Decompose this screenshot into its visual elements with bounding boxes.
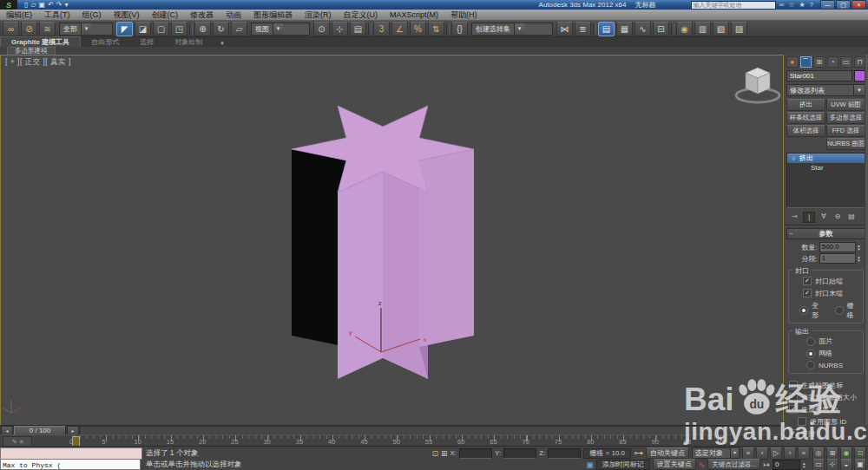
x-coordinate-field[interactable]: [459, 448, 492, 459]
checkbox-row[interactable]: 生成贴图坐标: [784, 379, 868, 391]
modifier-list-dropdown[interactable]: 修改器列表 ▾: [786, 84, 865, 96]
rect-selection-region-icon[interactable]: ▢: [153, 22, 169, 36]
show-end-result-icon[interactable]: ∣: [803, 212, 815, 223]
use-pivot-point-center-icon[interactable]: ⊙: [313, 22, 330, 36]
key-filters-button[interactable]: 关键点过滤器...: [707, 459, 760, 470]
rendered-frame-window-icon[interactable]: ▧: [713, 22, 729, 36]
go-to-start-button[interactable]: «: [742, 447, 754, 460]
menu-item[interactable]: 动画: [220, 10, 247, 20]
radio-row[interactable]: 面片: [806, 336, 861, 347]
curve-editor-icon[interactable]: ∿: [635, 22, 651, 36]
lock-selection-icon[interactable]: ⊡: [431, 449, 438, 458]
checkbox-icon[interactable]: [803, 277, 812, 285]
separator[interactable]: [593, 23, 596, 35]
ribbon-panel-polygon-modeling[interactable]: 多边形建模: [7, 47, 56, 55]
radio-row[interactable]: 网格: [806, 348, 861, 359]
modifier-preset-button[interactable]: FFD 选择: [826, 125, 865, 137]
select-and-manipulate-icon[interactable]: ⊹: [332, 22, 348, 36]
hierarchy-tab-icon[interactable]: ⊞: [813, 56, 825, 68]
separator[interactable]: [189, 23, 193, 35]
unlink-selection-icon[interactable]: ⊘: [21, 22, 37, 36]
star-object[interactable]: [292, 106, 474, 379]
redo-icon[interactable]: ↷: [56, 0, 62, 10]
checkbox-row[interactable]: 使用图形 ID: [784, 415, 868, 428]
checkbox-icon[interactable]: [789, 429, 798, 438]
edit-named-selection-sets-icon[interactable]: {}: [451, 22, 468, 36]
quick-access-dropdown-icon[interactable]: ▾: [65, 0, 69, 10]
named-selection-sets-dropdown[interactable]: 创建选择集 ▾: [471, 23, 553, 36]
percent-snap-icon[interactable]: %: [410, 22, 426, 36]
key-mode-toggle[interactable]: ↦: [763, 460, 770, 469]
zoom-button[interactable]: ◎: [812, 447, 825, 460]
checkbox-icon[interactable]: [789, 405, 798, 414]
select-and-move-icon[interactable]: ⊕: [194, 22, 211, 36]
segments-spinner[interactable]: ▴▾: [858, 255, 865, 262]
create-tab-icon[interactable]: ●: [786, 56, 799, 68]
play-button[interactable]: ▷: [770, 447, 782, 460]
checkbox-row[interactable]: 平滑: [784, 428, 868, 440]
modifier-stack-list[interactable]: ○ 挤出 Star: [786, 153, 865, 208]
pin-stack-icon[interactable]: ⊸: [789, 212, 799, 221]
separator[interactable]: [446, 23, 450, 35]
app-logo-icon[interactable]: S: [0, 0, 17, 10]
modifier-preset-button[interactable]: 体积选择: [786, 125, 825, 137]
align-icon[interactable]: ≣: [575, 22, 591, 36]
previous-frame-button[interactable]: ‹: [756, 447, 768, 460]
current-frame-field[interactable]: 0: [773, 460, 800, 470]
new-key-curve-icon[interactable]: ∿: [699, 460, 706, 469]
checkbox-row[interactable]: 封口始端: [791, 275, 861, 287]
menu-item[interactable]: 自定义(U): [338, 10, 385, 20]
minimize-button[interactable]: —: [820, 0, 835, 10]
next-frame-button[interactable]: ›: [784, 447, 796, 460]
menu-item[interactable]: MAXScript(M): [384, 10, 444, 20]
track-bar[interactable]: ∿≡ 0510152025303540455055606570758085909…: [0, 434, 784, 447]
angle-snap-icon[interactable]: ∠: [391, 22, 408, 36]
select-object-icon[interactable]: ◤: [116, 22, 133, 36]
favorites-icon[interactable]: ★: [799, 1, 805, 9]
checkbox-row[interactable]: 生成材质 ID: [784, 403, 868, 415]
macro-recorder-pane[interactable]: [0, 447, 142, 460]
key-selection-dropdown[interactable]: 选定对象 ▾: [692, 447, 740, 459]
set-key-button[interactable]: 设置关键点: [653, 459, 696, 470]
utilities-tab-icon[interactable]: ⊓: [854, 56, 866, 68]
menu-item[interactable]: 创建(C): [146, 10, 185, 20]
stack-item-extrude[interactable]: ○ 挤出: [787, 153, 865, 163]
checkbox-row[interactable]: 封口末端: [791, 287, 861, 299]
display-tab-icon[interactable]: ▭: [840, 56, 852, 68]
bind-to-space-warp-icon[interactable]: ≋: [39, 22, 56, 36]
menu-item[interactable]: 编辑(E): [0, 10, 38, 20]
mini-track-view-icon[interactable]: ≡: [19, 439, 23, 445]
radio-row[interactable]: 变形: [799, 301, 825, 320]
radio-row[interactable]: 栅格: [835, 301, 860, 320]
separator[interactable]: [671, 23, 674, 35]
mirror-icon[interactable]: ⋈: [556, 22, 573, 36]
menu-item[interactable]: 修改器: [184, 10, 220, 20]
reference-coordinate-dropdown[interactable]: 视图 ▾: [251, 23, 310, 36]
material-editor-icon[interactable]: ◉: [676, 22, 693, 36]
mini-curve-editor-icon[interactable]: ∿: [12, 438, 17, 445]
communication-center-icon[interactable]: ☆: [788, 1, 794, 9]
absolute-offset-toggle-icon[interactable]: ⊞: [441, 449, 448, 458]
zoom-region-button[interactable]: ▭: [812, 459, 825, 470]
window-crossing-icon[interactable]: ◳: [171, 22, 187, 36]
radio-icon[interactable]: [806, 361, 815, 369]
make-unique-icon[interactable]: ∀: [819, 212, 829, 221]
ribbon-tab[interactable]: 对象绘制: [164, 37, 213, 47]
zoom-all-button[interactable]: ⊞: [826, 447, 838, 460]
amount-field[interactable]: 500.0: [819, 242, 857, 252]
configure-modifier-sets-icon[interactable]: ▤: [846, 212, 857, 221]
separator[interactable]: [368, 23, 372, 35]
help-icon[interactable]: ?: [810, 1, 813, 9]
add-time-tag-icon[interactable]: ▣: [586, 460, 594, 469]
search-input[interactable]: [691, 1, 776, 10]
select-and-link-icon[interactable]: ∞: [3, 22, 19, 36]
menu-item[interactable]: 工具(T): [38, 10, 76, 20]
save-file-icon[interactable]: ▣: [39, 0, 46, 10]
auto-key-button[interactable]: 自动关键点: [646, 447, 689, 459]
ribbon-tab[interactable]: 自由形式: [81, 37, 129, 47]
modifier-preset-button[interactable]: UVW 贴图: [826, 99, 865, 111]
maxscript-mini-listener[interactable]: Max to Physx (: [0, 459, 141, 470]
spinner-snap-icon[interactable]: ⇅: [428, 22, 444, 36]
menu-item[interactable]: 图形编辑器: [247, 10, 299, 20]
radio-icon[interactable]: [799, 306, 808, 315]
